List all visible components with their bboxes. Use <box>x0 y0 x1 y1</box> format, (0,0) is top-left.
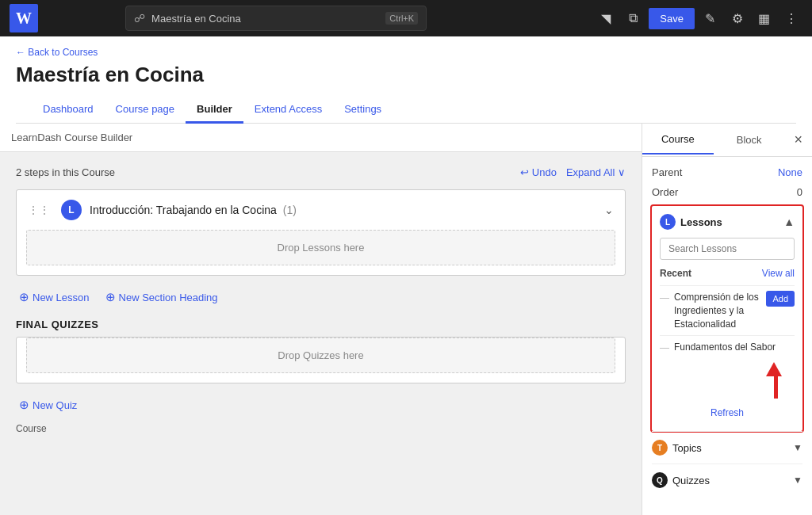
back-link[interactable]: ← Back to Courses <box>16 47 98 58</box>
quizzes-title: Q Quizzes <box>652 472 710 488</box>
lesson-drag-icon: — <box>660 292 669 303</box>
top-bar: W ☍ Maestría en Cocina Ctrl+K ◥ ⧉ Save ✎… <box>0 0 812 36</box>
recent-label: Recent <box>660 268 691 279</box>
search-bar-label: Maestría en Cocina <box>151 13 379 25</box>
arrow-shaft <box>774 376 778 399</box>
new-section-heading-label: New Section Heading <box>119 292 218 303</box>
topics-label: Topics <box>672 442 702 454</box>
sidebar-tab-course[interactable]: Course <box>642 125 714 154</box>
tab-dashboard[interactable]: Dashboard <box>32 97 105 124</box>
tab-extend-access[interactable]: Extend Access <box>243 97 333 124</box>
new-quiz-label: New Quiz <box>33 399 77 411</box>
drag-handle-icon[interactable]: ⋮⋮ <box>28 204 50 216</box>
search-lessons-input[interactable] <box>660 238 795 260</box>
search-bar[interactable]: ☍ Maestría en Cocina Ctrl+K <box>125 6 427 31</box>
quizzes-drop-zone: Drop Quizzes here <box>26 338 615 373</box>
lessons-collapse-button[interactable]: ▲ <box>783 216 795 228</box>
topics-section[interactable]: T Topics ▼ <box>652 431 802 464</box>
tab-builder[interactable]: Builder <box>186 97 243 124</box>
parent-row: Parent None <box>652 166 802 178</box>
desktop-icon[interactable]: ◥ <box>595 7 617 29</box>
add-lesson-button-0[interactable]: Add <box>766 291 795 307</box>
page-title: Maestría en Cocina <box>16 63 796 87</box>
nav-tabs: Dashboard Course page Builder Extend Acc… <box>16 97 796 124</box>
order-row: Order 0 <box>652 186 802 198</box>
more-options-icon[interactable]: ⋮ <box>780 7 802 29</box>
action-row: ⊕ New Lesson ⊕ New Section Heading <box>16 284 626 311</box>
search-shortcut: Ctrl+K <box>385 12 418 25</box>
new-quiz-button[interactable]: ⊕ New Quiz <box>19 398 77 412</box>
save-button[interactable]: Save <box>649 8 695 29</box>
lessons-panel: L Lessons ▲ Recent View all — Comprensió… <box>650 204 804 433</box>
layout-icon[interactable]: ▦ <box>753 7 776 29</box>
sidebar-tabs: Course Block × <box>642 124 812 157</box>
lessons-drop-zone: Drop Lessons here <box>26 230 615 265</box>
sidebar-tab-block[interactable]: Block <box>714 126 785 154</box>
undo-button[interactable]: ↩ Undo <box>520 166 557 178</box>
section-header[interactable]: ⋮⋮ L Introducción: Trabajando en la Coci… <box>17 190 625 230</box>
topics-title: T Topics <box>652 440 702 456</box>
edit-icon[interactable]: ✎ <box>699 7 722 29</box>
wp-logo: W <box>10 4 38 32</box>
main-layout: LearnDash Course Builder 2 steps in this… <box>0 124 812 515</box>
settings-icon[interactable]: ⚙ <box>726 7 749 29</box>
quizzes-icon: Q <box>652 472 668 488</box>
refresh-container: Refresh <box>660 402 795 423</box>
order-value: 0 <box>797 186 802 198</box>
quiz-action-row: ⊕ New Quiz <box>16 391 626 418</box>
topics-chevron-icon: ▼ <box>793 442 802 453</box>
section-count: (1) <box>283 204 297 216</box>
recent-header: Recent View all <box>660 268 795 279</box>
external-link-icon[interactable]: ⧉ <box>622 7 644 29</box>
lessons-panel-title: L Lessons <box>660 214 722 230</box>
order-label: Order <box>652 186 678 198</box>
refresh-button[interactable]: Refresh <box>710 407 744 418</box>
sidebar-close-button[interactable]: × <box>785 124 813 156</box>
page-header: ← Back to Courses Maestría en Cocina Das… <box>0 36 812 124</box>
section-title: Introducción: Trabajando en la Cocina (1… <box>90 204 596 216</box>
section-card: ⋮⋮ L Introducción: Trabajando en la Coci… <box>16 189 626 276</box>
arrow-annotation <box>660 362 782 399</box>
quizzes-section[interactable]: Q Quizzes ▼ <box>652 464 802 496</box>
expand-all-button[interactable]: Expand All ∨ <box>566 166 626 178</box>
course-builder-area: LearnDash Course Builder 2 steps in this… <box>0 124 642 515</box>
lesson-name: Comprensión de los Ingredientes y la Est… <box>674 291 761 330</box>
view-all-link[interactable]: View all <box>762 268 795 279</box>
plus-circle-icon: ⊕ <box>19 290 29 304</box>
tab-settings[interactable]: Settings <box>333 97 393 124</box>
quizzes-card: Drop Quizzes here <box>16 337 626 383</box>
lessons-panel-header: L Lessons ▲ <box>660 214 795 230</box>
wp-logo-text: W <box>16 10 32 28</box>
course-actions: ↩ Undo Expand All ∨ <box>520 166 626 178</box>
steps-label: 2 steps in this Course <box>16 166 115 178</box>
builder-label: LearnDash Course Builder <box>0 124 642 152</box>
new-lesson-label: New Lesson <box>33 292 90 303</box>
parent-label: Parent <box>652 166 682 178</box>
topics-icon: T <box>652 440 668 456</box>
sidebar-content: Parent None Order 0 L Lessons ▲ Rece <box>642 157 812 515</box>
lesson-item: — Fundamentos del Sabor <box>660 335 795 359</box>
parent-value[interactable]: None <box>778 166 802 178</box>
arrow-head <box>766 362 782 376</box>
status-bar: Course <box>16 418 626 434</box>
section-icon: L <box>61 200 82 220</box>
status-label: Course <box>16 423 47 434</box>
document-icon: ☍ <box>134 12 145 25</box>
plus-circle-quiz-icon: ⊕ <box>19 398 29 412</box>
lesson-drag-icon: — <box>660 342 669 353</box>
lesson-item: — Comprensión de los Ingredientes y la E… <box>660 285 795 335</box>
final-quizzes-label: FINAL QUIZZES <box>16 311 626 337</box>
section-title-text: Introducción: Trabajando en la Cocina <box>90 204 277 216</box>
section-chevron-icon[interactable]: ⌄ <box>604 204 614 216</box>
course-controls: 2 steps in this Course ↩ Undo Expand All… <box>16 163 626 178</box>
tab-course-page[interactable]: Course page <box>105 97 186 124</box>
quizzes-label: Quizzes <box>672 475 710 486</box>
lesson-name: Fundamentos del Sabor <box>674 341 795 354</box>
quizzes-chevron-icon: ▼ <box>793 475 802 486</box>
lessons-title: Lessons <box>680 216 722 228</box>
plus-circle-section-icon: ⊕ <box>105 290 116 304</box>
new-lesson-button[interactable]: ⊕ New Lesson <box>19 290 90 304</box>
right-sidebar: Course Block × Parent None Order 0 L Les… <box>642 124 812 515</box>
lessons-icon: L <box>660 214 676 230</box>
new-section-heading-button[interactable]: ⊕ New Section Heading <box>105 290 218 304</box>
